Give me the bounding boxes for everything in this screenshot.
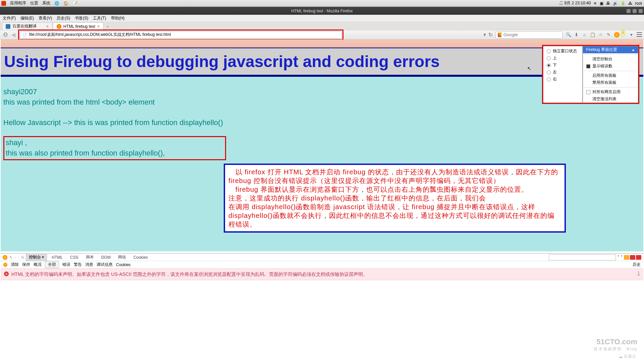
tray-icon[interactable]: 🌐 <box>54 1 59 6</box>
navbar: ʘ ◀ ▶ 📄 ▾ ↻ 🔍 ⬇ ⌂ 📋 ☆ ✎ 1 ▾ <box>0 30 644 40</box>
menu-history[interactable]: 历史(S) <box>57 15 70 21</box>
checkbox-icon <box>586 64 590 68</box>
search-box[interactable] <box>495 31 562 39</box>
firebug-close-icon[interactable] <box>636 255 641 260</box>
menu-item-show-errors[interactable]: 显示错误数 <box>583 63 638 70</box>
firebug-tab-console[interactable]: 控制台 ▾ <box>26 253 47 261</box>
firebug-logo-icon[interactable] <box>3 255 7 260</box>
menu-item-standalone[interactable]: 独立窗口状态 <box>543 48 582 55</box>
firebug-tab-html[interactable]: HTML <box>49 254 65 260</box>
search-input[interactable] <box>503 32 560 37</box>
tray-icon[interactable]: 🏠 <box>63 1 68 6</box>
menu-edit[interactable]: 编辑(E) <box>20 15 34 21</box>
menu-item-enable-all[interactable]: 启用所有面板 <box>583 72 638 79</box>
sub-error[interactable]: 错误 <box>62 262 70 267</box>
sub-all[interactable]: 全部 <box>45 261 59 268</box>
firebug-search-input[interactable] <box>549 254 616 260</box>
google-icon <box>498 33 501 37</box>
sub-warn[interactable]: 警告 <box>74 262 82 267</box>
tray-battery-icon[interactable]: 🔋 <box>621 1 626 6</box>
menu-system[interactable]: 系统 <box>42 0 50 6</box>
browser-tab[interactable]: 百度在线翻译 × <box>2 22 52 30</box>
url-input[interactable] <box>29 33 339 37</box>
tray-icon[interactable]: 📝 <box>72 1 77 6</box>
dropdown-icon[interactable]: ▾ <box>483 32 486 38</box>
new-tab-button[interactable]: + <box>104 24 111 30</box>
tray-brightness-icon[interactable]: ☀ <box>593 1 597 6</box>
sub-history[interactable]: 历史 <box>633 262 641 267</box>
firebug-detach-icon[interactable] <box>630 255 635 260</box>
firebug-minimize-icon[interactable] <box>624 255 629 260</box>
sub-summary[interactable]: 概况 <box>34 262 42 267</box>
search-icon[interactable]: 🔍 <box>566 32 571 38</box>
firebug-tab-dom[interactable]: DOM <box>99 254 113 260</box>
firebug-menu: 独立窗口状态 上 下 左 右 Firebug 界面位置▸ 清空控制台 显示错误数… <box>542 45 639 104</box>
sub-debug[interactable]: 调试信息 <box>97 262 113 267</box>
tab-close-icon[interactable]: × <box>46 24 49 29</box>
reload-button[interactable]: ↻ <box>487 32 494 38</box>
nav-right-icon[interactable]: › <box>18 255 19 260</box>
sub-cookies[interactable]: Cookies <box>116 262 130 267</box>
tray-printer-icon[interactable]: 🖶 <box>606 1 610 6</box>
window-titlebar: HTML firebug test - Mozilla Firefox <box>0 7 644 15</box>
downloads-icon[interactable]: ⬇ <box>574 32 579 38</box>
menu-tools[interactable]: 工具(T) <box>93 15 106 21</box>
menu-file[interactable]: 文件(F) <box>3 15 16 21</box>
page-identity-icon[interactable]: 📄 <box>22 33 27 37</box>
window-minimize-icon[interactable] <box>627 9 631 13</box>
firebug-small-icon[interactable] <box>3 263 7 267</box>
clip-icon[interactable]: ✎ <box>606 32 611 38</box>
annotation-p2: firebug 界面默认显示在浏览器窗口下方，也可以点击右上角的瓢虫图标来自定义… <box>228 185 561 194</box>
menu-item-disable-all[interactable]: 禁用所有面板 <box>583 79 638 86</box>
menu-help[interactable]: 帮助(H) <box>111 15 125 21</box>
error-line-link[interactable]: 1 <box>637 270 640 276</box>
menu-apps[interactable]: 应用程序 <box>10 0 26 6</box>
firebug-tab-net[interactable]: 网络 <box>115 254 129 261</box>
back-button[interactable]: ◀ <box>10 32 17 38</box>
menu-bookmarks[interactable]: 书签(S) <box>75 15 88 21</box>
annotation-box: 以 firefox 打开 HTML 文档并启动 firebug 的状态，由于还没… <box>224 164 566 233</box>
firebug-tab-css[interactable]: CSS <box>67 254 81 260</box>
firebug-dropdown-icon[interactable]: ▾ <box>629 32 634 38</box>
bookmark-list-icon[interactable]: 📋 <box>590 32 595 38</box>
url-bar[interactable]: 📄 <box>20 31 342 39</box>
firebug-panel: ↖ ‹ › ⎘ 控制台 ▾ HTML CSS 脚本 DOM 网络 Cookies… <box>1 253 643 347</box>
browser-tab[interactable]: HTML firebug test × <box>53 22 103 30</box>
nav-left-icon[interactable]: ‹ <box>15 255 16 260</box>
tab-close-icon[interactable]: × <box>97 24 100 29</box>
menu-item-position[interactable]: Firebug 界面位置▸ <box>583 46 638 53</box>
bookmark-star-icon[interactable]: ☆ <box>598 32 603 38</box>
tray-volume-icon[interactable]: 🔊 <box>613 1 618 6</box>
menu-item-right[interactable]: 右 <box>543 76 582 83</box>
menu-item-clear-active[interactable]: 清空激活列表 <box>583 96 638 103</box>
menu-item-down[interactable]: 下 <box>543 62 582 69</box>
firebug-icon[interactable] <box>614 32 620 38</box>
foot-menu-icon[interactable] <box>1 1 6 6</box>
inspect-icon[interactable]: ↖ <box>9 255 13 260</box>
window-close-icon[interactable] <box>639 9 643 13</box>
hamburger-icon[interactable] <box>637 32 642 37</box>
tray-network-icon[interactable]: 🖧 <box>628 1 632 6</box>
sub-keep[interactable]: 保持 <box>22 262 30 267</box>
firebug-tab-script[interactable]: 脚本 <box>83 254 97 261</box>
window-maximize-icon[interactable] <box>633 9 637 13</box>
sub-info[interactable]: 消息 <box>85 262 93 267</box>
menu-places[interactable]: 位置 <box>30 0 38 6</box>
menu-item-left[interactable]: 左 <box>543 69 582 76</box>
search-next-icon[interactable]: ˅ <box>621 255 623 260</box>
user-label[interactable]: root <box>635 1 642 6</box>
firebug-tab-cookies[interactable]: Cookies <box>131 254 151 260</box>
menu-item-clear-console[interactable]: 清空控制台 <box>583 56 638 63</box>
highlight-box-1: shayi , this was also printed from funct… <box>3 136 226 160</box>
tray-chip-icon[interactable]: ▣ <box>600 1 603 6</box>
sub-clear[interactable]: 清除 <box>11 262 19 267</box>
tab-label: 百度在线翻译 <box>12 23 37 29</box>
home-icon[interactable]: ⌂ <box>582 32 587 38</box>
search-prev-icon[interactable]: ˄ <box>617 255 619 260</box>
firebug-position-submenu: 独立窗口状态 上 下 左 右 <box>543 46 583 103</box>
command-line-icon[interactable]: ⎘ <box>21 255 24 260</box>
menu-view[interactable]: 查看(V) <box>39 15 52 21</box>
menu-item-enable-for-all[interactable]: 对所有网页启用 <box>583 88 638 96</box>
menu-item-up[interactable]: 上 <box>543 55 582 62</box>
identity-icon[interactable]: ʘ <box>2 32 9 38</box>
